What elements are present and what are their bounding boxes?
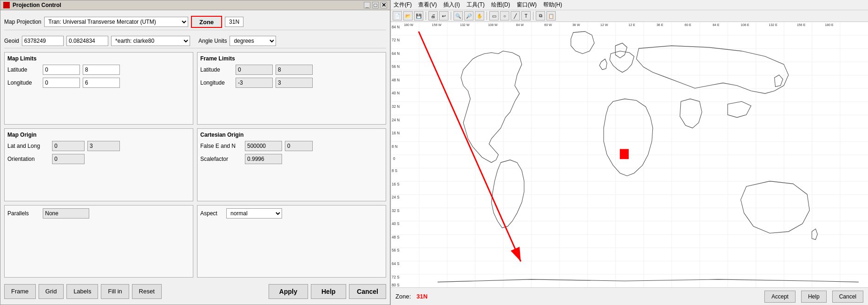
map-statusbar: Zone: 31N Accept Help Cancel [391, 287, 868, 305]
map-lat-min[interactable] [43, 65, 80, 75]
map-projection-dropdown[interactable]: Tran: Universal Transverse Mercator (UTM… [44, 17, 188, 27]
map-toolbar: 📄 📂 💾 🖨 ↩ 🔍 🔎 ✋ ▭ ○ ╱ T ⧉ 📋 [391, 10, 868, 22]
menu-window[interactable]: 窗口(W) [517, 1, 537, 9]
frame-lat-max[interactable] [276, 65, 313, 75]
angle-units-label: Angle Units [198, 38, 227, 44]
tb-save[interactable]: 💾 [414, 11, 423, 20]
map-lon-min[interactable] [43, 78, 80, 88]
minimize-btn[interactable]: _ [364, 2, 370, 8]
parallels-aspect-section: Parallels Aspect normal [4, 205, 386, 278]
svg-text:32 S: 32 S [392, 208, 400, 213]
false-e-val[interactable] [245, 141, 282, 151]
fillin-button[interactable]: Fill in [101, 284, 129, 299]
geoid-val1[interactable] [22, 36, 64, 46]
labels-button[interactable]: Labels [66, 284, 98, 299]
svg-text:84 E: 84 E [713, 23, 719, 27]
tb-text[interactable]: T [521, 11, 531, 20]
map-limits-title: Map Limits [7, 55, 190, 62]
tb-zoom-out[interactable]: 🔎 [464, 11, 473, 20]
accept-button[interactable]: Accept [764, 291, 796, 303]
map-lon-max[interactable] [83, 78, 120, 88]
frame-button[interactable]: Frame [4, 284, 36, 299]
map-menubar: 文件(F) 查看(V) 插入(I) 工具(T) 绘图(D) 窗口(W) 帮助(H… [391, 0, 868, 10]
frame-lon-max[interactable] [276, 78, 313, 88]
map-lat-label: Latitude [7, 66, 40, 73]
panel-titlebar: Projection Control _ □ ✕ [0, 0, 390, 10]
geoid-val3-dropdown[interactable]: *earth: clarke80 [111, 36, 190, 46]
cartesian-origin-title: Cartesian Origin [200, 132, 383, 138]
lat-long-row: Lat and Long [7, 141, 190, 151]
svg-text:32 N: 32 N [392, 104, 400, 109]
map-panel: 文件(F) 查看(V) 插入(I) 工具(T) 绘图(D) 窗口(W) 帮助(H… [390, 0, 868, 305]
aspect-label: Aspect [200, 210, 224, 217]
orientation-val[interactable] [52, 154, 85, 164]
tb-new[interactable]: 📄 [393, 11, 402, 20]
svg-text:80 S: 80 S [392, 282, 400, 287]
projection-row: Map Projection Tran: Universal Transvers… [4, 14, 386, 30]
tb-print[interactable]: 🖨 [428, 11, 438, 20]
reset-button[interactable]: Reset [132, 284, 162, 299]
apply-button[interactable]: Apply [269, 284, 308, 299]
toolbar-sep2 [451, 12, 451, 20]
scalefactor-label: Scalefactor [200, 156, 242, 162]
map-origin-panel: Map Origin Lat and Long Orientation [4, 128, 193, 201]
help-button[interactable]: Help [311, 284, 346, 299]
frame-lat-row: Latitude [200, 65, 383, 75]
tb-paste[interactable]: 📋 [546, 11, 556, 20]
zone-status-value: 31N [416, 293, 427, 300]
tb-rect[interactable]: ▭ [489, 11, 499, 20]
aspect-dropdown[interactable]: normal [226, 208, 282, 219]
tb-undo[interactable]: ↩ [439, 11, 448, 20]
menu-insert[interactable]: 插入(I) [443, 1, 460, 9]
frame-lon-min[interactable] [236, 78, 273, 88]
lat-long-val1[interactable] [52, 141, 85, 151]
tb-line[interactable]: ╱ [511, 11, 520, 20]
frame-lat-label: Latitude [200, 66, 233, 73]
svg-text:36 W: 36 W [572, 23, 580, 27]
map-help-button[interactable]: Help [801, 291, 827, 303]
svg-text:36 E: 36 E [657, 23, 663, 27]
frame-limits-panel: Frame Limits Latitude Longitude [197, 52, 386, 125]
false-en-row: False E and N [200, 141, 383, 151]
frame-lon-label: Longitude [200, 80, 233, 86]
map-cancel-button[interactable]: Cancel [832, 291, 863, 303]
cancel-button[interactable]: Cancel [349, 284, 386, 299]
tb-circle[interactable]: ○ [500, 11, 509, 20]
menu-file[interactable]: 文件(F) [394, 1, 412, 9]
angle-units-dropdown[interactable]: degrees [230, 36, 276, 46]
tb-pan[interactable]: ✋ [475, 11, 484, 20]
frame-lat-min[interactable] [236, 65, 273, 75]
grid-button[interactable]: Grid [39, 284, 64, 299]
parallels-row: Parallels [7, 208, 190, 219]
menu-edit[interactable]: 查看(V) [418, 1, 437, 9]
aspect-panel: Aspect normal [197, 205, 386, 278]
svg-text:108 W: 108 W [488, 23, 498, 27]
svg-text:64 S: 64 S [392, 261, 400, 266]
svg-text:132 E: 132 E [769, 23, 777, 27]
false-n-val[interactable] [285, 141, 313, 151]
svg-text:24 N: 24 N [392, 117, 400, 122]
parallels-val[interactable] [43, 208, 89, 219]
geoid-label: Geoid [4, 38, 19, 44]
maximize-btn[interactable]: □ [372, 2, 379, 8]
map-lat-max[interactable] [83, 65, 120, 75]
false-en-label: False E and N [200, 143, 242, 149]
tb-zoom-in[interactable]: 🔍 [454, 11, 463, 20]
zone-status-label: Zone: [395, 293, 411, 300]
orientation-label: Orientation [7, 156, 49, 162]
zone-button[interactable]: Zone [191, 16, 222, 28]
geoid-row: Geoid *earth: clarke80 Angle Units degre… [4, 34, 386, 48]
scalefactor-val[interactable] [245, 154, 282, 164]
projection-panel: Projection Control _ □ ✕ Map Projection … [0, 0, 390, 305]
svg-text:84 N: 84 N [392, 24, 400, 29]
geoid-val2[interactable] [66, 36, 108, 46]
map-container: 84 N 72 N 64 N 56 N 48 N 40 N 32 N 24 N … [391, 22, 868, 287]
svg-text:64 N: 64 N [392, 51, 400, 56]
tb-open[interactable]: 📂 [403, 11, 413, 20]
close-btn[interactable]: ✕ [381, 2, 387, 8]
menu-draw[interactable]: 绘图(D) [491, 1, 510, 9]
menu-tools[interactable]: 工具(T) [467, 1, 485, 9]
menu-help[interactable]: 帮助(H) [543, 1, 562, 9]
lat-long-val2[interactable] [87, 141, 120, 151]
tb-copy[interactable]: ⧉ [536, 11, 545, 20]
